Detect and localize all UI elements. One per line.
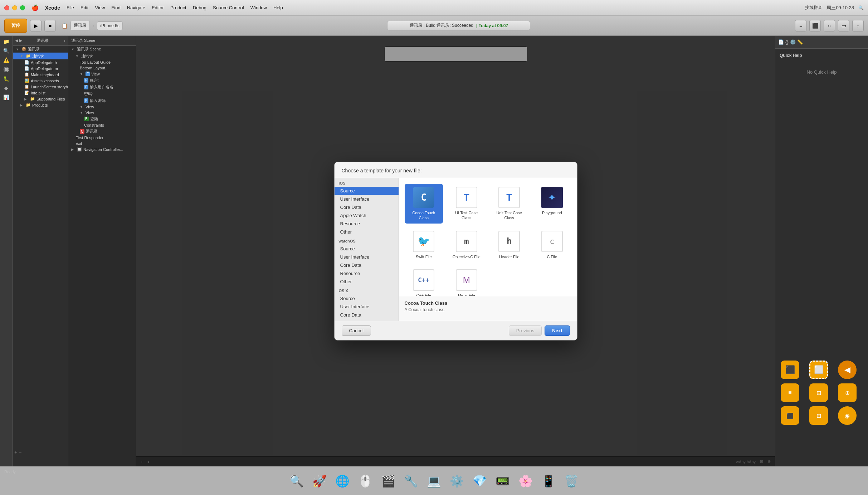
target-label[interactable]: 通讯录 xyxy=(70,21,90,30)
template-metal[interactable]: M Metal File xyxy=(447,266,486,296)
dock-sketch[interactable]: 💎 xyxy=(470,471,490,491)
dock-mouse[interactable]: 🖱️ xyxy=(355,471,375,491)
navigator-toggle[interactable]: ≡ xyxy=(795,20,806,31)
nav-scene-txl[interactable]: ▼ 通讯录 Scene xyxy=(68,46,136,53)
nav-top-layout[interactable]: Top Layout Guide xyxy=(68,59,136,65)
obj-button-7[interactable]: ⬛ xyxy=(781,406,799,425)
next-button[interactable]: Next xyxy=(545,325,570,336)
inspector-toggle-4[interactable]: 📏 xyxy=(797,39,803,45)
debug-toggle[interactable]: ⬛ xyxy=(809,20,821,31)
obj-button-6[interactable]: ⊕ xyxy=(838,383,857,402)
template-cocoa-touch[interactable]: C Cocoa TouchClass xyxy=(405,184,443,224)
nav-account-label[interactable]: F 账户: xyxy=(68,77,136,84)
nav-first-responder[interactable]: First Responder xyxy=(68,135,136,141)
category-ios-source[interactable]: Source xyxy=(335,187,399,195)
obj-button-4[interactable]: ≡ xyxy=(781,383,799,402)
previous-button[interactable]: Previous xyxy=(509,325,542,336)
nav-bottom-layout[interactable]: Bottom Layout... xyxy=(68,65,136,71)
device-label[interactable]: iPhone 6s xyxy=(97,21,122,30)
nav-forward[interactable]: ▶ xyxy=(19,38,22,43)
category-watch-coredata[interactable]: Core Data xyxy=(335,261,399,269)
dock-launchpad[interactable]: 🚀 xyxy=(309,471,330,491)
obj-button-3[interactable]: ◀ xyxy=(838,361,857,379)
template-header[interactable]: h Header File xyxy=(490,228,529,262)
inspector-toggle-1[interactable]: 📄 xyxy=(778,39,784,45)
template-playground[interactable]: ✦ Playground xyxy=(533,184,571,224)
template-swift[interactable]: 🐦 Swift File xyxy=(405,228,443,262)
menu-window[interactable]: Window xyxy=(250,5,267,10)
category-osx-source[interactable]: Source xyxy=(335,294,399,303)
nav-item-launch-storyboard[interactable]: 📋 LaunchScreen.storyboard xyxy=(13,84,68,90)
obj-button-9[interactable]: ◉ xyxy=(838,406,857,425)
template-ui-test[interactable]: T UI Test CaseClass xyxy=(447,184,486,224)
obj-button-5[interactable]: ⊞ xyxy=(809,383,828,402)
run-button[interactable]: ▶ xyxy=(30,20,42,31)
menu-navigate[interactable]: Navigate xyxy=(127,5,145,10)
nav-nav-controller[interactable]: ▶ 🔲 Navigation Controller... xyxy=(68,146,136,152)
nav-item-project[interactable]: ▼ 📦 通讯录 xyxy=(13,46,68,53)
nav-item-products[interactable]: ▶ 📁 Products xyxy=(13,102,68,108)
nav-view3[interactable]: ▼ View xyxy=(68,110,136,116)
menu-source-control[interactable]: Source Control xyxy=(213,5,244,10)
nav-username-field[interactable]: F 输入用户名名 xyxy=(68,84,136,90)
menu-edit[interactable]: Edit xyxy=(81,5,88,10)
template-cpp[interactable]: C++ C++ File xyxy=(405,266,443,296)
category-watch-resource[interactable]: Resource xyxy=(335,269,399,278)
dock-trash[interactable]: 🗑️ xyxy=(561,471,581,491)
maximize-button[interactable] xyxy=(20,5,25,10)
apple-icon[interactable]: 🍎 xyxy=(31,4,39,11)
view-toggle[interactable]: ▭ xyxy=(838,20,849,31)
nav-view2[interactable]: ▼ View xyxy=(68,104,136,110)
dock-app2[interactable]: 📱 xyxy=(538,471,559,491)
nav-item-appdelegate-h[interactable]: 📄 AppDelegate.h xyxy=(13,59,68,65)
template-objc[interactable]: m Objective-C File xyxy=(447,228,486,262)
nav-pwd-field[interactable]: F 输入密码 xyxy=(68,97,136,104)
nav-add[interactable]: + xyxy=(64,39,66,43)
category-osx-ui[interactable]: User Interface xyxy=(335,303,399,311)
category-osx-coredata[interactable]: Core Data xyxy=(335,311,399,319)
nav-login-btn[interactable]: B 登陆 xyxy=(68,116,136,122)
ime-label[interactable]: 接续拼音 xyxy=(805,5,822,11)
template-unit-test[interactable]: T Unit Test CaseClass xyxy=(490,184,529,224)
nav-item-appdelegate-m[interactable]: 📄 AppDelegate.m xyxy=(13,65,68,72)
nav-item-assets[interactable]: 🖼️ Assets.xcassets xyxy=(13,78,68,84)
dock-media[interactable]: 🎬 xyxy=(378,471,398,491)
nav-breakpoints-icon[interactable]: ◆ xyxy=(3,84,10,92)
obj-button-2[interactable]: ⬜ xyxy=(809,361,828,379)
cancel-button[interactable]: Cancel xyxy=(342,325,371,336)
dock-tools[interactable]: 🔧 xyxy=(401,471,421,491)
category-watch-ui[interactable]: User Interface xyxy=(335,253,399,261)
menu-file[interactable]: File xyxy=(67,5,74,10)
category-watch-source[interactable]: Source xyxy=(335,245,399,253)
menu-debug[interactable]: Debug xyxy=(193,5,206,10)
dock-safari[interactable]: 🌐 xyxy=(332,471,352,491)
nav-contacts[interactable]: C 通讯录 xyxy=(68,128,136,135)
nav-item-main-storyboard[interactable]: 📋 Main.storyboard xyxy=(13,72,68,78)
nav-item-folder-txl[interactable]: ▼ 📁 通讯录 xyxy=(13,53,68,59)
pause-button[interactable]: 暂停 xyxy=(4,19,27,33)
menu-editor[interactable]: Editor xyxy=(152,5,164,10)
dock-terminal2[interactable]: 📟 xyxy=(493,471,513,491)
menu-find[interactable]: Find xyxy=(111,5,120,10)
right-toggle[interactable]: ↕ xyxy=(852,20,864,31)
dock-settings[interactable]: ⚙️ xyxy=(447,471,467,491)
nav-item-supporting-files[interactable]: ▶ 📁 Supporting Files xyxy=(13,96,68,102)
category-watch-other[interactable]: Other xyxy=(335,278,399,286)
nav-search-icon[interactable]: 🔍 xyxy=(2,46,11,55)
dock-app1[interactable]: 🌸 xyxy=(516,471,536,491)
nav-reports-icon[interactable]: 📊 xyxy=(2,93,11,102)
nav-tests-icon[interactable]: 🔘 xyxy=(2,65,11,74)
inspector-toggle-3[interactable]: ⚙️ xyxy=(790,39,796,45)
menu-product[interactable]: Product xyxy=(170,5,186,10)
stop-button[interactable]: ■ xyxy=(44,20,56,31)
category-ios-ui[interactable]: User Interface xyxy=(335,195,399,203)
dock-terminal[interactable]: 💻 xyxy=(424,471,444,491)
dock-finder[interactable]: 🔍 xyxy=(287,471,307,491)
obj-button-1[interactable]: ⬛ xyxy=(781,361,799,379)
nav-exit[interactable]: Exit xyxy=(68,141,136,146)
minimize-button[interactable] xyxy=(12,5,17,10)
nav-back[interactable]: ◀ xyxy=(15,38,18,43)
close-button[interactable] xyxy=(4,5,9,10)
category-ios-other[interactable]: Other xyxy=(335,228,399,236)
nav-view[interactable]: ▼ F View xyxy=(68,71,136,77)
